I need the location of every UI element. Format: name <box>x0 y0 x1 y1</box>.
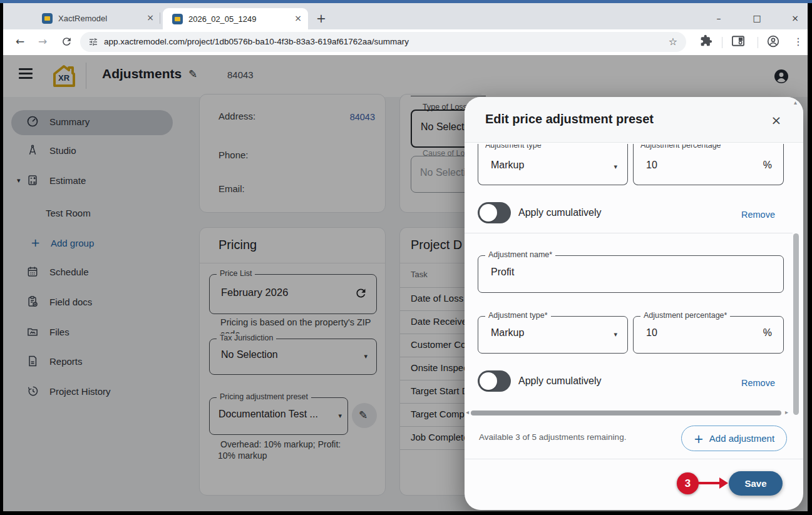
adjustment2-toggle-label: Apply cumulatively <box>518 375 602 387</box>
site-info-icon[interactable] <box>88 37 98 47</box>
window-close-button[interactable]: × <box>786 11 804 26</box>
forward-icon[interactable]: → <box>38 35 47 48</box>
percent-suffix: % <box>763 160 772 171</box>
new-tab-button[interactable]: + <box>316 11 326 25</box>
tab-strip: XactRemodel × 2026_02_05_1249 × + – □ × <box>3 3 808 29</box>
adjustments-remaining-text: Available 3 of 5 adjustments remaining. <box>479 432 626 442</box>
menu-kebab-icon[interactable]: ⋮ <box>793 36 803 48</box>
annotation-step-number: 3 <box>685 477 691 490</box>
adjustment2-type-value: Markup <box>491 327 524 339</box>
tab-close-icon[interactable]: × <box>294 13 302 23</box>
adjustment1-percentage-label: Adjustment percentage <box>640 145 721 151</box>
tab-active-project[interactable]: 2026_02_05_1249 × <box>163 8 308 29</box>
adjustment1-percentage-field[interactable]: Adjustment percentage 10 % <box>633 144 784 185</box>
modal-footer-divider <box>465 459 803 459</box>
adjustment1-type-select[interactable]: Adjustment type Markup ▾ <box>478 144 628 185</box>
close-icon[interactable]: × <box>769 113 784 128</box>
tab-favicon <box>172 14 183 24</box>
annotation-arrow-head <box>719 477 728 489</box>
modal-divider <box>465 233 793 233</box>
tab-title: 2026_02_05_1249 <box>188 14 256 24</box>
vertical-scrollbar-thumb[interactable] <box>793 233 799 415</box>
adjustment2-percentage-value: 10 <box>646 327 657 339</box>
percent-suffix: % <box>763 327 772 339</box>
modal-header: Edit price adjustment preset × <box>465 97 803 143</box>
tab-separator <box>160 13 160 24</box>
window-minimize-button[interactable]: – <box>709 11 728 26</box>
plus-icon: + <box>694 432 704 446</box>
adjustment2-cumulative-toggle[interactable] <box>478 370 511 392</box>
window-maximize-button[interactable]: □ <box>748 11 766 26</box>
back-icon[interactable]: ← <box>16 35 24 48</box>
adjustment1-toggle-label: Apply cumulatively <box>518 207 602 218</box>
save-button[interactable]: Save <box>729 471 783 496</box>
adjustment2-percentage-label: Adjustment percentage* <box>640 311 730 320</box>
extensions-icon[interactable] <box>700 34 712 47</box>
url-bar[interactable]: app.xactremodel.com/project/1db0576b-ba1… <box>80 32 686 52</box>
tab-xactremodel[interactable]: XactRemodel × <box>35 8 160 28</box>
adjustment1-cumulative-toggle[interactable] <box>478 202 511 223</box>
adjustment2-remove-link[interactable]: Remove <box>741 378 775 388</box>
tab-title: XactRemodel <box>58 14 107 23</box>
reload-icon[interactable] <box>61 36 73 48</box>
save-button-label: Save <box>744 478 766 489</box>
browser-toolbar: ← → app.xactremodel.com/project/1db0576b… <box>3 29 808 56</box>
tab-close-icon[interactable]: × <box>146 13 154 23</box>
adjustment1-type-label: Adjustment type <box>485 145 542 151</box>
toolbar-divider <box>758 37 758 48</box>
url-text[interactable]: app.xactremodel.com/project/1db0576b-ba1… <box>104 37 409 46</box>
modal-title: Edit price adjustment preset <box>485 112 654 126</box>
adjustment1-remove-link[interactable]: Remove <box>741 210 775 220</box>
scroll-right-icon[interactable]: ▸ <box>785 409 788 416</box>
dropdown-arrow-icon: ▾ <box>614 330 617 339</box>
annotation-step-badge: 3 <box>677 472 699 494</box>
edit-price-adjustment-modal: Edit price adjustment preset × Adjustmen… <box>465 97 803 510</box>
add-adjustment-label: Add adjustment <box>709 433 774 444</box>
dropdown-arrow-icon: ▾ <box>614 163 617 171</box>
add-adjustment-button[interactable]: + Add adjustment <box>681 426 787 451</box>
adjustment2-type-label: Adjustment type* <box>485 311 551 320</box>
scroll-left-icon[interactable]: ◂ <box>466 409 469 416</box>
toolbar-divider <box>722 37 722 48</box>
horizontal-scrollbar-thumb[interactable] <box>471 410 781 416</box>
bookmark-star-icon[interactable]: ☆ <box>669 36 677 48</box>
tab-favicon <box>42 13 53 24</box>
annotation-arrow-line <box>697 482 720 484</box>
browser-window: XactRemodel × 2026_02_05_1249 × + – □ × … <box>0 0 812 515</box>
adjustment2-name-value: Profit <box>491 267 514 278</box>
adjustment2-type-select[interactable]: Adjustment type* Markup ▾ <box>478 316 628 354</box>
adjustment2-percentage-field[interactable]: Adjustment percentage* 10 % <box>633 316 784 354</box>
adjustment1-percentage-value: 10 <box>646 160 657 171</box>
adjustment2-name-field[interactable]: Adjustment name* Profit <box>478 255 784 293</box>
scroll-up-icon[interactable]: ▴ <box>794 99 797 106</box>
adjustment1-type-value: Markup <box>491 160 524 171</box>
adjustment2-name-label: Adjustment name* <box>485 250 555 259</box>
profile-icon[interactable] <box>767 35 779 48</box>
side-panel-icon[interactable] <box>732 36 744 46</box>
